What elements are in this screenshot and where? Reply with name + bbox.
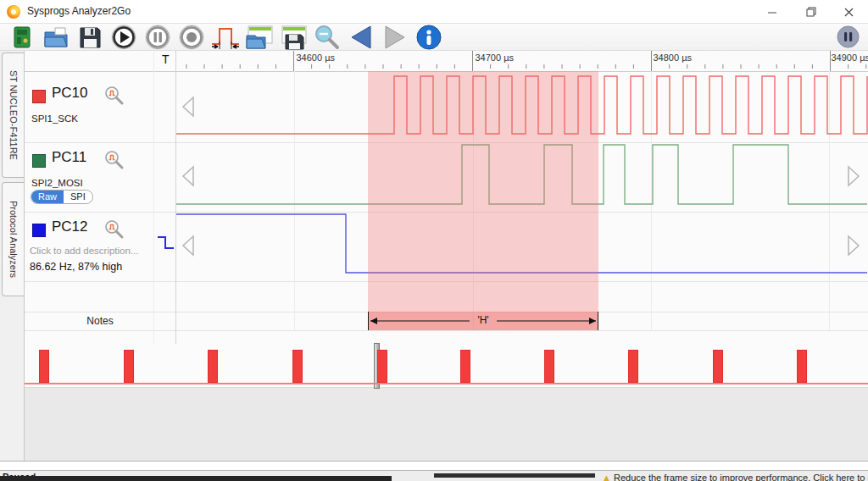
channel-color-swatch[interactable] [32, 154, 46, 168]
horizontal-scrollbar[interactable] [0, 461, 868, 471]
zoom-to-channel-icon[interactable] [104, 219, 125, 243]
falling-edge-glyph [157, 234, 175, 256]
restore-icon [806, 7, 816, 17]
paused-indicator-icon [837, 25, 860, 48]
main-toolbar [0, 24, 868, 51]
back-arrow-icon [349, 25, 373, 50]
time-label: 34900 µs [832, 53, 868, 63]
open-capture-button[interactable] [242, 25, 276, 50]
navigate-back-button[interactable] [344, 25, 378, 50]
zoom-to-channel-icon[interactable] [104, 150, 125, 174]
close-icon [844, 8, 854, 17]
close-button[interactable] [830, 0, 868, 24]
channel-description-placeholder[interactable]: Click to add description... [30, 246, 138, 256]
wave-row-pc10[interactable] [175, 71, 868, 142]
info-button[interactable] [412, 25, 446, 50]
overview-burst-marker [39, 350, 49, 383]
save-capture-button[interactable] [276, 25, 310, 50]
open-folder-icon [42, 25, 70, 49]
channel-stats: 86.62 Hz, 87% high [30, 261, 122, 273]
wave-row-pc11[interactable] [175, 142, 868, 212]
overview-burst-marker [377, 350, 387, 383]
trigger-marker[interactable]: T [162, 53, 170, 66]
restore-button[interactable] [792, 0, 830, 24]
prev-event-arrow[interactable] [181, 164, 196, 188]
capture-workarea: T 34600 µs34700 µs34800 µs34900 µs PC10 … [25, 51, 868, 344]
selection-right-edge[interactable] [598, 312, 598, 330]
mode-spi[interactable]: SPI [64, 191, 92, 203]
overview-burst-marker [124, 350, 134, 383]
tab-st-nucleo-f411re[interactable]: ST NUCLEO-F411RE [2, 53, 24, 178]
overview-burst-marker [292, 350, 303, 383]
info-icon [415, 24, 442, 51]
performance-warning[interactable]: ▲ Reduce the frame size to improve perfo… [602, 473, 868, 481]
zoom-out-icon [313, 24, 342, 51]
channel-name[interactable]: PC11 [52, 149, 86, 166]
app-window: Sysprogs Analyzer2Go [0, 0, 868, 481]
zoom-out-button[interactable] [310, 25, 344, 50]
channel-name[interactable]: PC10 [52, 85, 88, 102]
main-area: ST NUCLEO-F411RE Protocol Analyzers T 34… [0, 51, 868, 481]
channel-name[interactable]: PC12 [52, 218, 88, 235]
waveform-area[interactable] [175, 71, 868, 334]
window-title: Sysprogs Analyzer2Go [27, 5, 131, 17]
time-label: 34600 µs [297, 53, 335, 63]
overview-burst-marker [208, 350, 218, 383]
capture-overview-strip[interactable] [25, 344, 868, 388]
play-icon [110, 24, 137, 51]
channel-info-pc11: PC11 SPI2_MOSI Raw SPI [25, 142, 175, 212]
signal-trace [176, 145, 867, 204]
signal-trace [176, 214, 867, 273]
trigger-settings-button[interactable] [209, 25, 242, 50]
navigate-forward-button[interactable] [378, 25, 412, 50]
device-button[interactable] [5, 25, 39, 50]
mode-raw[interactable]: Raw [31, 191, 64, 203]
wave-row-pc12[interactable] [175, 212, 868, 281]
device-tab-strip: ST NUCLEO-F411RE Protocol Analyzers [0, 51, 25, 471]
pause-icon [144, 24, 171, 51]
channel-description[interactable]: SPI2_MOSI [31, 178, 83, 188]
pc11-waveform [175, 142, 868, 212]
selection-left-edge[interactable] [368, 312, 369, 330]
channel-color-swatch[interactable] [32, 90, 46, 103]
channel-color-swatch[interactable] [32, 224, 46, 237]
time-label: 34700 µs [476, 53, 514, 63]
overview-burst-marker [797, 350, 807, 383]
forward-arrow-icon [383, 25, 407, 50]
prev-event-arrow[interactable] [181, 95, 196, 119]
status-bar: Paused ▲ Reduce the frame size to improv… [0, 471, 868, 481]
minimize-icon [768, 8, 777, 17]
open-button[interactable] [39, 25, 73, 50]
signal-trace [176, 76, 867, 134]
window-controls [754, 0, 868, 24]
pause-button[interactable] [141, 25, 175, 50]
trigger-pulse-icon [210, 25, 241, 50]
time-label: 34800 µs [654, 53, 692, 63]
pc10-waveform [175, 71, 868, 142]
app-logo-icon [7, 5, 20, 19]
minimize-button[interactable] [754, 0, 792, 24]
notes-row-label[interactable]: Notes [25, 315, 175, 327]
overview-burst-marker [628, 350, 638, 383]
time-ruler-labels: 34600 µs34700 µs34800 µs34900 µs [175, 51, 868, 71]
next-event-arrow[interactable] [846, 234, 861, 257]
next-event-arrow[interactable] [846, 164, 861, 188]
run-button[interactable] [107, 25, 141, 50]
title-bar: Sysprogs Analyzer2Go [0, 0, 868, 24]
floppy-disk-icon [78, 25, 102, 49]
status-progress-bar [0, 476, 392, 481]
prev-event-arrow[interactable] [181, 234, 196, 257]
channel-description[interactable]: SPI1_SCK [31, 113, 78, 124]
zoom-to-channel-icon[interactable] [104, 86, 125, 109]
pc12-waveform [175, 212, 868, 281]
capture-paused-indicator[interactable] [831, 25, 865, 50]
save-button[interactable] [73, 25, 107, 50]
channel-info-pc10: PC10 SPI1_SCK [25, 71, 175, 142]
overview-burst-marker [713, 350, 723, 383]
overview-burst-marker [460, 350, 470, 383]
overview-burst-marker [544, 350, 554, 383]
channel-info-pc12: PC12 Click to add description... 86.62 H… [25, 212, 175, 281]
tab-protocol-analyzers[interactable]: Protocol Analyzers [2, 182, 24, 296]
warning-icon: ▲ [602, 473, 611, 481]
record-button[interactable] [175, 25, 209, 50]
